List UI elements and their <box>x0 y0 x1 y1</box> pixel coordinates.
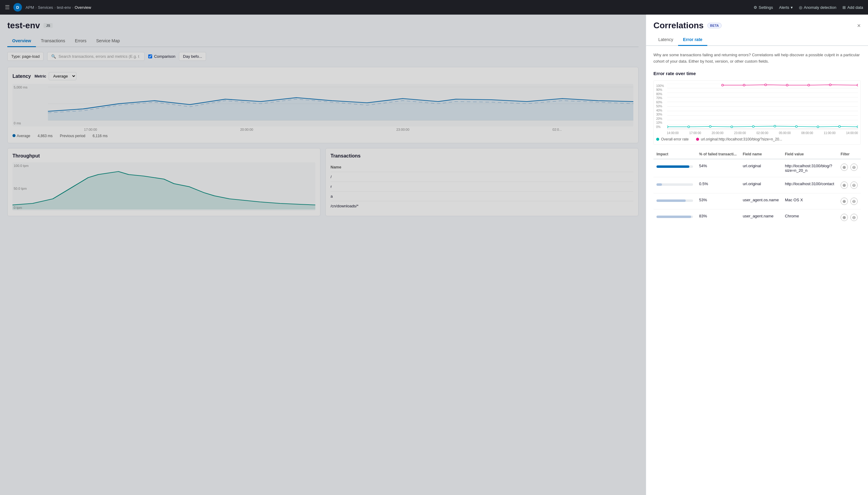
tab-errors[interactable]: Errors <box>70 35 91 47</box>
filter-include-2[interactable]: ⊕ <box>840 182 848 189</box>
field-name-1: url.original <box>740 159 782 177</box>
sub-nav: Overview Transactions Errors Service Map <box>7 35 639 47</box>
transaction-name-1: / <box>330 174 332 179</box>
avg-dot <box>13 134 16 137</box>
avg-value: 4,863 ms <box>37 134 52 138</box>
svg-point-14 <box>667 126 668 128</box>
breadcrumb-apm[interactable]: APM <box>26 5 34 10</box>
tab-latency[interactable]: Latency <box>653 34 678 46</box>
tab-overview[interactable]: Overview <box>7 35 36 47</box>
x-6: 05:00:00 <box>779 131 791 135</box>
search-input-wrapper: 🔍 Search transactions, errors and metric… <box>47 52 145 61</box>
breadcrumb-test-env[interactable]: test-env <box>57 5 71 10</box>
correlations-table: Impact % of failed transacti... Field na… <box>653 150 861 225</box>
tab-transactions[interactable]: Transactions <box>36 35 70 47</box>
impact-bar-bg-4 <box>656 216 693 218</box>
y-0: 0% <box>656 125 667 129</box>
transaction-row-4[interactable]: /cn/downloads/* <box>330 201 633 211</box>
svg-point-26 <box>765 84 767 86</box>
filter-include-4[interactable]: ⊕ <box>840 214 848 221</box>
filter-exclude-3[interactable]: ⊖ <box>850 198 858 205</box>
alerts-link[interactable]: Alerts ▾ <box>779 5 793 10</box>
table-row: 83% user_agent.name Chrome ⊕ ⊖ <box>653 209 861 225</box>
top-nav: ☰ D APM › Services › test-env › Overview… <box>0 0 868 15</box>
service-badge: JS <box>44 23 52 28</box>
svg-point-24 <box>722 84 723 86</box>
latency-x-2: 20:00:00 <box>240 128 253 131</box>
panel-header: Correlations BETA × <box>646 15 868 30</box>
table-header-row: Impact % of failed transacti... Field na… <box>653 150 861 159</box>
filter-actions-1: ⊕ ⊖ <box>838 159 861 177</box>
avg-label: Average <box>17 134 30 138</box>
field-value-1: http://localhost:3100/blog/?size=n_20_n <box>782 159 838 177</box>
impact-bar-fill-1 <box>656 166 689 168</box>
filter-exclude-1[interactable]: ⊖ <box>850 164 858 171</box>
y-70: 70% <box>656 97 667 100</box>
svg-point-25 <box>743 84 745 86</box>
tab-service-map[interactable]: Service Map <box>91 35 125 47</box>
breadcrumb-overview[interactable]: Overview <box>75 5 91 10</box>
latency-title-row: Latency Metric Average <box>13 72 633 80</box>
x-8: 11:00:00 <box>823 131 835 135</box>
col-filter: Filter <box>838 150 861 159</box>
x-1: 14:00:00 <box>667 131 679 135</box>
throughput-section: Throughput 100.0 tpm 50.0 tpm 0 tpm <box>7 148 321 216</box>
y-60: 60% <box>656 101 667 104</box>
main-layout: test-env JS Overview Transactions Errors… <box>0 15 868 495</box>
filter-exclude-2[interactable]: ⊖ <box>850 182 858 189</box>
latency-legend: Average 4,863 ms Previous period 6,116 m… <box>13 134 633 138</box>
panel-description: Why are some transactions failing and re… <box>653 52 861 65</box>
filter-bar: Type: page-load 🔍 Search transactions, e… <box>7 52 639 61</box>
field-name-4: user_agent.name <box>740 209 782 225</box>
anomaly-icon: ◎ <box>799 5 802 10</box>
field-value-4: Chrome <box>782 209 838 225</box>
field-name-2: url.original <box>740 177 782 193</box>
y-10: 10% <box>656 121 667 124</box>
impact-bar-fill-2 <box>656 183 662 186</box>
day-filter-chip[interactable]: Day befo... <box>179 52 206 61</box>
anomaly-detection-link[interactable]: ◎ Anomaly detection <box>799 5 836 10</box>
throughput-svg <box>13 163 315 209</box>
comparison-input[interactable] <box>148 54 152 58</box>
y-30: 30% <box>656 113 667 116</box>
error-chart-x-labels: 14:00:00 17:00:00 20:00:00 23:00:00 02:0… <box>656 131 858 135</box>
impact-bar-bg-3 <box>656 200 693 202</box>
impact-cell-4 <box>653 209 696 225</box>
type-filter-chip[interactable]: Type: page-load <box>7 52 44 61</box>
filter-include-1[interactable]: ⊕ <box>840 164 848 171</box>
filter-exclude-4[interactable]: ⊖ <box>850 214 858 221</box>
hamburger-icon[interactable]: ☰ <box>5 4 10 11</box>
error-rate-chart: 100% 90% 80% 70% 60% 50% 40% 30% 20% 10%… <box>653 80 861 145</box>
tput-y-1: 100.0 tpm <box>14 164 29 168</box>
latency-y-min: 0 ms <box>14 121 21 125</box>
breadcrumb-services[interactable]: Services <box>38 5 53 10</box>
filter-include-3[interactable]: ⊕ <box>840 198 848 205</box>
x-5: 02:00:00 <box>757 131 769 135</box>
settings-link[interactable]: ⚙ Settings <box>754 5 773 10</box>
transaction-row-1[interactable]: / <box>330 172 633 182</box>
failed-pct-4: 83% <box>696 209 740 225</box>
filter-actions-3: ⊕ ⊖ <box>838 193 861 209</box>
settings-icon: ⚙ <box>754 5 757 10</box>
filter-btns-3: ⊕ ⊖ <box>840 198 858 205</box>
latency-chart-svg <box>13 84 633 123</box>
comparison-label: Comparison <box>154 54 175 59</box>
transactions-section: Transactions Name / r a /cn/downloads/* <box>325 148 639 216</box>
filter-actions-4: ⊕ ⊖ <box>838 209 861 225</box>
comparison-checkbox[interactable]: Comparison <box>148 54 175 59</box>
svg-point-18 <box>752 125 754 127</box>
transaction-row-3[interactable]: a <box>330 191 633 201</box>
search-placeholder[interactable]: Search transactions, errors and metrics … <box>59 54 139 59</box>
close-button[interactable]: × <box>857 22 861 29</box>
transaction-row-2[interactable]: r <box>330 182 633 191</box>
x-4: 23:00:00 <box>734 131 746 135</box>
beta-badge: BETA <box>707 23 722 28</box>
add-data-link[interactable]: ⊞ Add data <box>842 5 863 10</box>
metric-dropdown[interactable]: Average <box>49 72 77 80</box>
impact-bar-fill-3 <box>656 200 686 202</box>
overall-dot <box>656 138 659 141</box>
filter-btns-4: ⊕ ⊖ <box>840 214 858 221</box>
tab-error-rate[interactable]: Error rate <box>678 34 707 46</box>
transactions-header: Name <box>330 163 633 172</box>
correlations-title: Correlations <box>653 21 704 30</box>
